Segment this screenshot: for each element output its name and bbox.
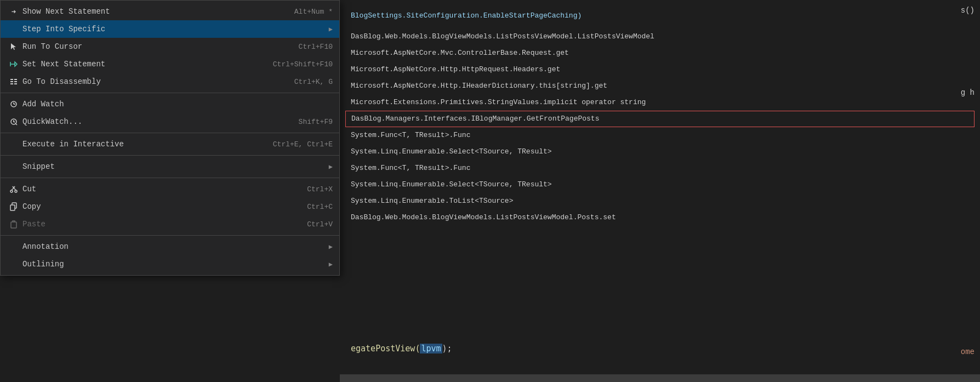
- svg-point-14: [10, 190, 13, 192]
- svg-point-13: [13, 121, 14, 122]
- call-stack-item[interactable]: DasBlog.Managers.Interfaces.IBlogManager…: [345, 111, 975, 127]
- call-stack-item[interactable]: System.Linq.Enumerable.Select<TSource, T…: [340, 176, 980, 193]
- code-top-line: BlogSettings.SiteConfiguration.EnableSta…: [340, 5, 980, 26]
- menu-item-snippet[interactable]: Snippet▶: [1, 158, 339, 175]
- svg-line-16: [12, 188, 14, 190]
- code-editor: BlogSettings.SiteConfiguration.EnableSta…: [340, 0, 980, 382]
- menu-separator: [1, 93, 339, 93]
- svg-rect-5: [10, 83, 13, 84]
- submenu-arrow-icon: ▶: [329, 163, 333, 171]
- svg-line-17: [14, 188, 16, 190]
- menu-item-go-to-disassembly[interactable]: Go To DisassemblyCtrl+K, G: [1, 73, 339, 90]
- menu-label: Show Next Statement: [20, 7, 272, 16]
- menu-item-annotation[interactable]: Annotation▶: [1, 238, 339, 255]
- editor-scrollbar[interactable]: [340, 374, 980, 382]
- menu-label: QuickWatch...: [20, 117, 277, 126]
- menu-shortcut: Ctrl+V: [285, 220, 333, 229]
- call-stack-item[interactable]: System.Linq.Enumerable.Select<TSource, T…: [340, 144, 980, 160]
- svg-rect-21: [10, 205, 15, 210]
- call-stack-item[interactable]: System.Func<T, TResult>.Func: [340, 127, 980, 144]
- menu-label: Outlining: [20, 260, 324, 269]
- call-stack-item[interactable]: System.Linq.Enumerable.ToList<TSource>: [340, 193, 980, 209]
- cut-icon: [7, 185, 20, 193]
- menu-label: Step Into Specific: [20, 25, 324, 33]
- menu-label: Execute in Interactive: [20, 140, 251, 149]
- svg-rect-4: [14, 81, 17, 82]
- code-bottom-line: egatePostView(lpvm);: [340, 339, 463, 358]
- method-name: egatePostView(: [351, 344, 420, 354]
- menu-shortcut: Ctrl+E, Ctrl+E: [251, 140, 333, 149]
- call-stack-item[interactable]: Microsoft.AspNetCore.Mvc.ControllerBase.…: [340, 45, 980, 61]
- menu-separator: [1, 178, 339, 178]
- menu-item-run-to-cursor[interactable]: Run To CursorCtrl+F10: [1, 38, 339, 55]
- menu-label: Paste: [20, 220, 285, 229]
- call-stack-item[interactable]: System.Func<T, TResult>.Func: [340, 160, 980, 176]
- paste-icon: [7, 220, 20, 229]
- menu-label: Cut: [20, 185, 285, 193]
- copy-icon: [7, 202, 20, 211]
- right-edge-2: g h: [961, 87, 975, 99]
- menu-item-set-next-statement[interactable]: Set Next StatementCtrl+Shift+F10: [1, 55, 339, 73]
- variable-highlight: lpvm: [420, 344, 442, 354]
- menu-item-cut[interactable]: CutCtrl+X: [1, 180, 339, 198]
- right-edge-1: s(): [961, 4, 975, 16]
- menu-shortcut: Ctrl+C: [285, 203, 333, 211]
- code-suffix: );: [442, 344, 452, 354]
- call-stack-item[interactable]: DasBlog.Web.Models.BlogViewModels.ListPo…: [340, 28, 980, 45]
- menu-shortcut: Ctrl+X: [285, 185, 333, 193]
- menu-label: Annotation: [20, 242, 324, 251]
- submenu-arrow-icon: ▶: [329, 25, 333, 33]
- menu-item-add-watch[interactable]: Add Watch: [1, 95, 339, 113]
- quickwatch-icon: [7, 117, 20, 126]
- menu-shortcut: Shift+F9: [277, 118, 333, 126]
- svg-rect-1: [10, 79, 13, 80]
- menu-label: Run To Cursor: [20, 42, 277, 51]
- menu-shortcut: Ctrl+Shift+F10: [251, 60, 333, 69]
- menu-separator: [1, 133, 339, 133]
- menu-item-copy[interactable]: CopyCtrl+C: [1, 198, 339, 215]
- context-menu: ➜Show Next StatementAlt+Num *Step Into S…: [0, 0, 340, 276]
- menu-label: Snippet: [20, 162, 324, 171]
- menu-item-step-into-specific[interactable]: Step Into Specific▶: [1, 20, 339, 38]
- menu-label: Set Next Statement: [20, 60, 251, 69]
- menu-item-execute-interactive[interactable]: Execute in InteractiveCtrl+E, Ctrl+E: [1, 135, 339, 153]
- call-stack-item[interactable]: Microsoft.AspNetCore.Http.HttpRequest.He…: [340, 61, 980, 78]
- right-edge-3: ome: [961, 346, 975, 358]
- svg-line-19: [14, 186, 15, 188]
- submenu-arrow-icon: ▶: [329, 260, 333, 269]
- menu-separator: [1, 235, 339, 236]
- menu-label: Add Watch: [20, 100, 333, 109]
- call-stack-list: DasBlog.Web.Models.BlogViewModels.ListPo…: [340, 26, 980, 228]
- watch-icon: [7, 100, 20, 109]
- call-stack-item[interactable]: Microsoft.AspNetCore.Http.IHeaderDiction…: [340, 78, 980, 94]
- disassembly-icon: [7, 77, 20, 86]
- menu-shortcut: Ctrl+F10: [277, 43, 333, 51]
- svg-rect-2: [14, 79, 17, 80]
- menu-item-paste: PasteCtrl+V: [1, 215, 339, 233]
- svg-point-15: [15, 190, 17, 192]
- svg-rect-3: [10, 81, 13, 82]
- menu-item-outlining[interactable]: Outlining▶: [1, 255, 339, 273]
- menu-label: Go To Disassembly: [20, 77, 272, 86]
- menu-label: Copy: [20, 202, 285, 211]
- menu-separator: [1, 155, 339, 156]
- arrow-right-icon: ➜: [7, 7, 20, 16]
- menu-shortcut: Alt+Num *: [272, 8, 333, 16]
- menu-item-quickwatch[interactable]: QuickWatch...Shift+F9: [1, 113, 339, 130]
- call-stack-item[interactable]: DasBlog.Web.Models.BlogViewModels.ListPo…: [340, 209, 980, 226]
- menu-item-show-next-statement[interactable]: ➜Show Next StatementAlt+Num *: [1, 3, 339, 20]
- call-stack-item[interactable]: Microsoft.Extensions.Primitives.StringVa…: [340, 94, 980, 111]
- set-next-icon: [7, 60, 20, 69]
- cursor-icon: [7, 42, 20, 51]
- svg-rect-6: [14, 83, 17, 84]
- svg-rect-22: [11, 222, 16, 228]
- menu-shortcut: Ctrl+K, G: [272, 78, 333, 86]
- submenu-arrow-icon: ▶: [329, 243, 333, 251]
